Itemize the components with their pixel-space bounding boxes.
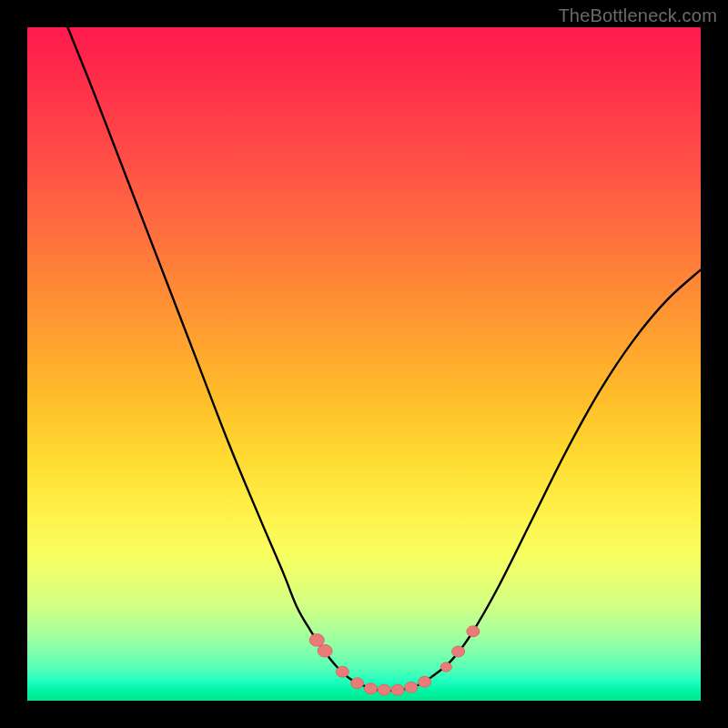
curve-marker xyxy=(351,678,364,689)
marker-group xyxy=(309,626,480,695)
chart-plot-area xyxy=(27,27,701,701)
curve-marker xyxy=(452,646,465,657)
curve-marker xyxy=(309,634,324,647)
watermark-text: TheBottleneck.com xyxy=(558,5,717,26)
curve-marker xyxy=(419,676,431,687)
curve-marker xyxy=(364,683,377,694)
curve-marker xyxy=(405,682,418,693)
curve-group xyxy=(67,27,701,691)
curve-marker xyxy=(318,644,332,657)
curve-marker xyxy=(378,684,390,695)
well-curve xyxy=(67,27,701,691)
chart-svg xyxy=(27,27,701,701)
curve-marker xyxy=(336,666,349,677)
curve-marker xyxy=(440,662,451,672)
curve-marker xyxy=(467,626,480,637)
curve-marker xyxy=(391,684,404,695)
chart-frame: TheBottleneck.com xyxy=(0,0,728,728)
